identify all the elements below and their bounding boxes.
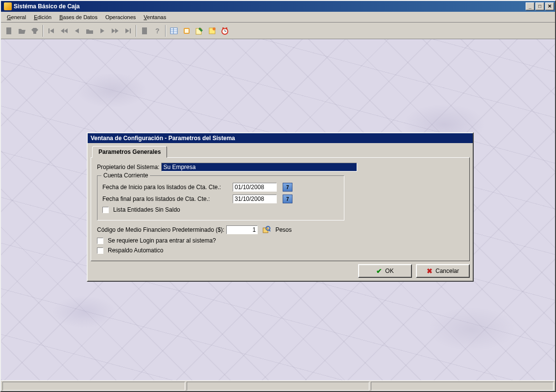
ok-label: OK: [385, 268, 393, 274]
svg-rect-13: [130, 28, 131, 33]
toolbar-separator: [165, 25, 166, 37]
propietario-input[interactable]: [161, 163, 357, 172]
fecha-final-input[interactable]: [233, 195, 277, 203]
minimize-button[interactable]: _: [526, 2, 534, 10]
propietario-label: Propietario del Sistema:: [97, 164, 159, 171]
svg-marker-12: [125, 28, 129, 33]
menu-edicion[interactable]: Edición: [30, 13, 55, 21]
svg-point-25: [213, 27, 216, 30]
tb-book[interactable]: [180, 24, 193, 37]
fecha-final-label: Fecha final para los listados de Cta. Ct…: [102, 196, 231, 202]
tb-open[interactable]: [16, 24, 28, 37]
menu-bases[interactable]: Bases de Datos: [55, 13, 101, 21]
svg-marker-5: [61, 28, 64, 33]
tb-grid[interactable]: [168, 24, 180, 37]
edit-note-icon: [195, 26, 204, 35]
codigo-medio-label: Código de Medio Financiero Predeterminad…: [97, 226, 224, 233]
codigo-medio-row: Código de Medio Financiero Predeterminad…: [97, 225, 463, 234]
fecha-inicio-input[interactable]: [233, 183, 277, 192]
x-icon: ✖: [427, 267, 433, 275]
svg-line-33: [269, 230, 270, 231]
config-dialog: Ventana de Configuración - Parametros de…: [87, 132, 474, 282]
tab-panel: Propietario del Sistema: Cuenta Corrient…: [91, 157, 470, 261]
folder-icon: [85, 26, 94, 35]
lista-sin-saldo-row: Lista Entidades Sin Saldo: [102, 206, 339, 213]
close-button[interactable]: ✕: [545, 2, 554, 10]
statusbar: [1, 380, 555, 391]
maximize-button[interactable]: □: [535, 2, 544, 10]
menu-ventanas[interactable]: Ventanas: [140, 13, 170, 21]
status-panel-1: [2, 382, 185, 391]
calendar-icon: 7: [286, 185, 289, 190]
require-login-row: Se requiere Login para entrar al sistema…: [97, 237, 463, 244]
svg-marker-2: [31, 28, 38, 34]
tab-parametros-generales[interactable]: Parametros Generales: [92, 146, 167, 158]
tb-save[interactable]: [28, 24, 41, 37]
svg-rect-21: [185, 29, 189, 33]
tb-edit-note[interactable]: [193, 24, 206, 37]
propietario-row: Propietario del Sistema:: [97, 163, 463, 172]
tb-prev[interactable]: [71, 24, 83, 37]
titlebar: Sistéma Básico de Caja _ □ ✕: [1, 1, 555, 12]
workspace: Ventana de Configuración - Parametros de…: [1, 39, 555, 380]
toolbar: ?: [1, 23, 555, 39]
lookup-icon: [263, 226, 270, 234]
tb-folder[interactable]: [83, 24, 96, 37]
codigo-medio-input[interactable]: [226, 225, 258, 234]
tb-forward[interactable]: [109, 24, 121, 37]
svg-rect-0: [6, 27, 11, 34]
next-icon: [98, 26, 107, 35]
first-icon: [47, 26, 56, 35]
cuenta-corriente-group: Cuenta Corriente Fecha de Inicio para lo…: [97, 175, 344, 220]
book-icon: [182, 26, 191, 35]
lista-sin-saldo-label: Lista Entidades Sin Saldo: [113, 206, 180, 213]
svg-marker-8: [86, 29, 93, 34]
tb-help[interactable]: ?: [151, 24, 164, 37]
cancel-button[interactable]: ✖ Cancelar: [416, 264, 470, 278]
calendar-icon: 7: [286, 196, 289, 202]
menu-edicion-label: dición: [37, 14, 51, 20]
svg-marker-10: [112, 28, 115, 33]
note-icon: [208, 26, 217, 35]
tb-note[interactable]: [206, 24, 218, 37]
svg-rect-16: [170, 28, 177, 34]
svg-rect-27: [222, 27, 224, 29]
svg-marker-6: [64, 28, 68, 33]
toolbar-separator: [43, 25, 44, 37]
fecha-inicio-calendar-button[interactable]: 7: [283, 183, 292, 192]
svg-marker-11: [115, 28, 119, 33]
svg-rect-3: [48, 28, 49, 33]
ok-button[interactable]: ✔ OK: [358, 264, 412, 278]
forward-icon: [111, 26, 120, 35]
respaldo-checkbox[interactable]: [97, 247, 103, 254]
menu-operaciones[interactable]: Operaciones: [101, 13, 140, 21]
menu-general[interactable]: General: [3, 13, 30, 21]
require-login-checkbox[interactable]: [97, 238, 103, 244]
fecha-final-calendar-button[interactable]: 7: [283, 195, 292, 203]
app-title: Sistéma Básico de Caja: [14, 3, 526, 10]
tb-new[interactable]: [3, 24, 16, 37]
tb-last[interactable]: [121, 24, 134, 37]
tb-first[interactable]: [45, 24, 58, 37]
tb-clock[interactable]: [218, 24, 231, 37]
main-window: Sistéma Básico de Caja _ □ ✕ General Edi…: [0, 0, 556, 392]
codigo-medio-lookup-button[interactable]: [262, 225, 271, 234]
status-panel-3: [371, 382, 554, 391]
new-icon: [5, 26, 14, 35]
tb-next[interactable]: [96, 24, 109, 37]
svg-marker-1: [19, 29, 25, 34]
svg-marker-7: [75, 28, 79, 33]
grid-icon: [169, 26, 178, 35]
svg-marker-4: [50, 28, 54, 33]
tb-doc[interactable]: [138, 24, 151, 37]
svg-rect-28: [226, 27, 227, 29]
tb-rewind[interactable]: [58, 24, 71, 37]
cuenta-corriente-legend: Cuenta Corriente: [101, 172, 150, 179]
last-icon: [123, 26, 132, 35]
dialog-title: Ventana de Configuración - Parametros de…: [88, 133, 473, 143]
tabs: Parametros Generales: [92, 146, 470, 158]
menu-bases-label: ases de Datos: [63, 14, 97, 20]
app-icon: [4, 2, 12, 10]
menubar: General Edición Bases de Datos Operacion…: [1, 12, 555, 23]
lista-sin-saldo-checkbox[interactable]: [102, 207, 109, 213]
